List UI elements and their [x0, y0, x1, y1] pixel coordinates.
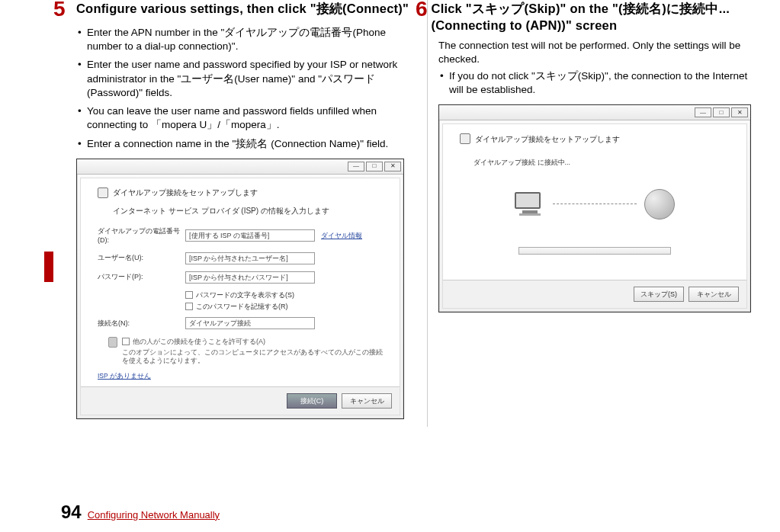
step-6-column: 6 Click "スキップ(Skip)" on the "(接続名)に接続中..…: [438, 0, 762, 419]
column-divider: [427, 0, 428, 427]
dialog-title: ダイヤルアップ接続をセットアップします: [475, 134, 620, 145]
bullet-item: Enter the APN number in the "ダイヤルアップの電話番…: [76, 26, 416, 53]
connecting-graphic: [515, 189, 675, 220]
bullet-item: You can leave the user name and password…: [76, 104, 416, 132]
back-icon[interactable]: [460, 133, 470, 144]
page-footer: 94 Configuring Network Manually: [0, 500, 220, 524]
pass-input[interactable]: [ISP から付与されたパスワード]: [185, 271, 315, 284]
globe-icon: [644, 189, 675, 220]
section-tab: [44, 252, 53, 282]
page-number: 94: [61, 500, 82, 524]
bullet-item: If you do not click "スキップ(Skip)", the co…: [438, 69, 762, 97]
setup-dialog: — □ ✕ ダイヤルアップ接続をセットアップします インターネット サービス プ…: [76, 159, 404, 420]
connect-button[interactable]: 接続(C): [287, 393, 337, 409]
connection-name-input[interactable]: ダイヤルアップ接続: [185, 317, 315, 329]
show-password-checkbox[interactable]: パスワードの文字を表示する(S): [185, 290, 383, 300]
footer-chapter-title: Configuring Network Manually: [88, 508, 220, 522]
dialog-titlebar: — □ ✕: [77, 159, 403, 175]
step-6-bullets: If you do not click "スキップ(Skip)", the co…: [438, 69, 762, 97]
maximize-button[interactable]: □: [366, 162, 383, 171]
pass-label: パスワード(P):: [98, 272, 185, 281]
no-isp-link[interactable]: ISP がありません: [98, 372, 151, 380]
isp-instruction: インターネット サービス プロバイダ (ISP) の情報を入力します: [113, 206, 383, 216]
minimize-button[interactable]: —: [695, 107, 711, 117]
cancel-button[interactable]: キャンセル: [342, 393, 392, 409]
skip-button[interactable]: スキップ(S): [634, 287, 684, 302]
computer-icon: [515, 192, 545, 216]
bullet-item: Enter the user name and password specifi…: [76, 58, 416, 100]
phone-label: ダイヤルアップの電話番号(D):: [98, 226, 185, 245]
dialog-title: ダイヤルアップ接続をセットアップします: [113, 187, 258, 198]
show-password-label: パスワードの文字を表示する(S): [196, 290, 294, 300]
shield-icon: [108, 337, 117, 348]
remember-password-label: このパスワードを記憶する(R): [196, 302, 288, 311]
checkbox-icon: [185, 303, 193, 310]
step-5-title: Configure various settings, then click "…: [76, 0, 409, 17]
user-label: ユーザー名(U):: [98, 253, 185, 262]
close-button[interactable]: ✕: [384, 162, 401, 171]
step-number-6: 6: [416, 0, 432, 20]
minimize-button[interactable]: —: [348, 162, 364, 171]
allow-others-note: このオプションによって、このコンピュータにアクセスがあるすべての人がこの接続を使…: [122, 348, 383, 366]
connecting-dialog: — □ ✕ ダイヤルアップ接続をセットアップします ダイヤルアップ接続 に接続中…: [438, 104, 751, 312]
dialog-titlebar: — □ ✕: [439, 105, 750, 120]
back-icon[interactable]: [98, 187, 108, 198]
cancel-button[interactable]: キャンセル: [689, 287, 739, 302]
dial-info-link[interactable]: ダイヤル情報: [321, 232, 362, 240]
bullet-item: Enter a connection name in the "接続名 (Con…: [76, 137, 416, 151]
connection-line-icon: [553, 204, 637, 204]
step-6-line1: The connection test will not be performe…: [438, 39, 762, 66]
allow-others-label[interactable]: 他の人がこの接続を使うことを許可する(A): [133, 337, 265, 346]
maximize-button[interactable]: □: [713, 107, 730, 117]
connecting-message: ダイヤルアップ接続 に接続中...: [473, 158, 570, 167]
phone-input[interactable]: [使用する ISP の電話番号]: [185, 229, 315, 242]
step-5-bullets: Enter the APN number in the "ダイヤルアップの電話番…: [76, 26, 416, 151]
step-5-column: 5 Configure various settings, then click…: [76, 0, 416, 419]
close-button[interactable]: ✕: [731, 107, 748, 117]
remember-password-checkbox[interactable]: このパスワードを記憶する(R): [185, 302, 383, 311]
user-input[interactable]: [ISP から付与されたユーザー名]: [185, 252, 315, 264]
progress-bar: [518, 247, 671, 255]
connection-name-label: 接続名(N):: [98, 319, 185, 328]
checkbox-icon: [122, 338, 130, 345]
step-number-5: 5: [53, 0, 76, 20]
step-6-title: Click "スキップ(Skip)" on the "(接続名)に接続中...(…: [432, 0, 762, 34]
checkbox-icon: [185, 291, 193, 299]
